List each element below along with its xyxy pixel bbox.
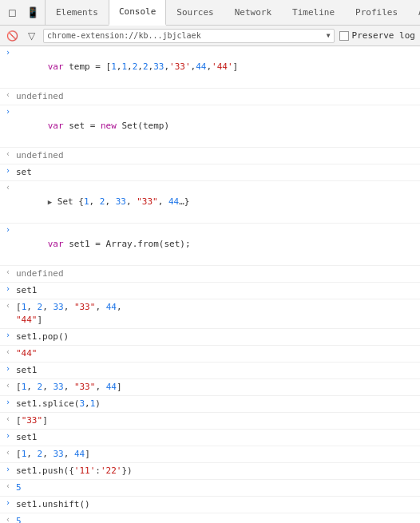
tab-bar: ◻ 📱 Elements Console Sources Network Tim… bbox=[0, 0, 420, 26]
num: 33 bbox=[153, 61, 164, 72]
kw: var bbox=[48, 121, 64, 131]
console-toolbar: 🚫 ▽ chrome-extension://kb...jbjclaek ▼ P… bbox=[0, 26, 420, 46]
num: 2 bbox=[38, 382, 43, 392]
input-arrow[interactable]: › bbox=[0, 497, 16, 507]
input-arrow[interactable]: › bbox=[0, 363, 16, 373]
output-arrow: ‹ bbox=[0, 149, 16, 158]
num: 33 bbox=[53, 449, 63, 459]
row-content: undefined bbox=[16, 89, 420, 104]
row-content: 5 bbox=[16, 481, 420, 495]
row-content: ["33"] bbox=[16, 414, 420, 428]
url-dropdown-icon[interactable]: ▼ bbox=[327, 32, 331, 39]
console-row: ‹ 5 bbox=[0, 480, 420, 497]
output-arrow: ‹ bbox=[0, 481, 16, 490]
row-content: var set = new Set(temp) bbox=[16, 106, 420, 146]
row-content: undefined bbox=[16, 267, 420, 281]
row-content: var temp = [1,1,2,2,33,'33',44,'44'] bbox=[16, 47, 420, 87]
console-row: ‹ ["33"] bbox=[0, 413, 420, 430]
str: "33" bbox=[22, 415, 43, 426]
url-bar: chrome-extension://kb...jbjclaek ▼ bbox=[43, 29, 335, 43]
console-row: ‹ [1, 2, 33, 44] bbox=[0, 446, 420, 463]
num: 33 bbox=[53, 302, 63, 312]
preserve-log-area: Preserve log bbox=[339, 30, 415, 41]
console-row: › set1.splice(3,1) bbox=[0, 396, 420, 413]
console-row: › set1 bbox=[0, 283, 420, 299]
row-content: set1.unshift() bbox=[16, 497, 420, 512]
str: '11' bbox=[74, 466, 96, 476]
console-row: › set1.push({'11':'22'}) bbox=[0, 463, 420, 480]
tab-application[interactable]: Application bbox=[408, 0, 420, 25]
device-icon[interactable]: 📱 bbox=[24, 4, 42, 22]
tab-console[interactable]: Console bbox=[109, 0, 166, 26]
row-content: var set1 = Array.from(set); bbox=[16, 224, 420, 264]
num: 44 bbox=[168, 196, 179, 207]
str: '44' bbox=[212, 61, 233, 72]
num: 2 bbox=[38, 302, 43, 312]
console-row: › set1.pop() bbox=[0, 329, 420, 346]
console-row: ‹ [1, 2, 33, "33", 44] bbox=[0, 379, 420, 396]
str: "33" bbox=[137, 196, 158, 207]
console-row: ‹ ▶ Set {1, 2, 33, "33", 44…} bbox=[0, 181, 420, 224]
output-arrow: ‹ bbox=[0, 347, 16, 356]
console-row: ‹ undefined bbox=[0, 89, 420, 105]
row-content: undefined bbox=[16, 149, 420, 163]
input-arrow[interactable]: › bbox=[0, 165, 16, 175]
kw: new bbox=[101, 121, 117, 131]
row-content: set1.push({'11':'22'}) bbox=[16, 464, 420, 478]
kw-var: var bbox=[48, 61, 64, 72]
num: 1 bbox=[22, 302, 27, 312]
tab-network[interactable]: Network bbox=[224, 0, 282, 25]
num: 2 bbox=[100, 196, 105, 207]
input-arrow[interactable]: › bbox=[0, 47, 16, 57]
tabs: Elements Console Sources Network Timelin… bbox=[46, 0, 420, 25]
str: "33" bbox=[74, 302, 96, 312]
row-content: set bbox=[16, 165, 420, 180]
console-output: › var temp = [1,1,2,2,33,'33',44,'44'] ‹… bbox=[0, 46, 420, 523]
input-arrow[interactable]: › bbox=[0, 430, 16, 440]
console-row: › set1.unshift() bbox=[0, 497, 420, 513]
tab-profiles[interactable]: Profiles bbox=[345, 0, 408, 25]
input-arrow[interactable]: › bbox=[0, 283, 16, 293]
row-content: set1 bbox=[16, 430, 420, 445]
console-row: › set1 bbox=[0, 430, 420, 446]
console-row: › set bbox=[0, 164, 420, 181]
console-row: › var temp = [1,1,2,2,33,'33',44,'44'] bbox=[0, 46, 420, 89]
tab-sources[interactable]: Sources bbox=[166, 0, 224, 25]
num: 2 bbox=[133, 61, 138, 72]
tab-elements[interactable]: Elements bbox=[46, 0, 109, 25]
num: 1 bbox=[121, 61, 127, 72]
input-arrow[interactable]: › bbox=[0, 106, 16, 116]
output-arrow: ‹ bbox=[0, 182, 16, 192]
preserve-log-label: Preserve log bbox=[352, 30, 415, 41]
inspect-icon[interactable]: ◻ bbox=[3, 4, 21, 22]
str: '33' bbox=[169, 61, 191, 72]
tab-timeline[interactable]: Timeline bbox=[282, 0, 345, 25]
row-content: ▶ Set {1, 2, 33, "33", 44…} bbox=[16, 182, 420, 222]
row-content: set1 bbox=[16, 283, 420, 298]
num: 44 bbox=[106, 382, 117, 392]
num: 44 bbox=[196, 61, 206, 72]
row-content: [1, 2, 33, "33", 44,"44"] bbox=[16, 300, 420, 327]
url-text: chrome-extension://kb...jbjclaek bbox=[47, 31, 323, 40]
output-arrow: ‹ bbox=[0, 447, 16, 457]
input-arrow[interactable]: › bbox=[0, 464, 16, 473]
console-row: › set1 bbox=[0, 363, 420, 379]
row-content: set1 bbox=[16, 363, 420, 378]
output-arrow: ‹ bbox=[0, 414, 16, 423]
row-content: [1, 2, 33, 44] bbox=[16, 447, 420, 462]
input-arrow[interactable]: › bbox=[0, 330, 16, 339]
output-arrow: ‹ bbox=[0, 89, 16, 99]
tab-icons: ◻ 📱 bbox=[0, 0, 46, 25]
expand-arrow[interactable]: ▶ bbox=[48, 198, 52, 206]
clear-console-button[interactable]: 🚫 bbox=[5, 29, 19, 43]
num: 33 bbox=[116, 196, 126, 207]
num: 1 bbox=[22, 449, 27, 459]
console-row: › var set1 = Array.from(set); bbox=[0, 224, 420, 266]
str: "33" bbox=[74, 382, 96, 392]
input-arrow[interactable]: › bbox=[0, 397, 16, 406]
filter-button[interactable]: ▽ bbox=[24, 29, 38, 43]
preserve-log-checkbox[interactable] bbox=[339, 31, 349, 41]
input-arrow[interactable]: › bbox=[0, 224, 16, 234]
str: "44" bbox=[16, 315, 38, 325]
num: 2 bbox=[143, 61, 149, 72]
